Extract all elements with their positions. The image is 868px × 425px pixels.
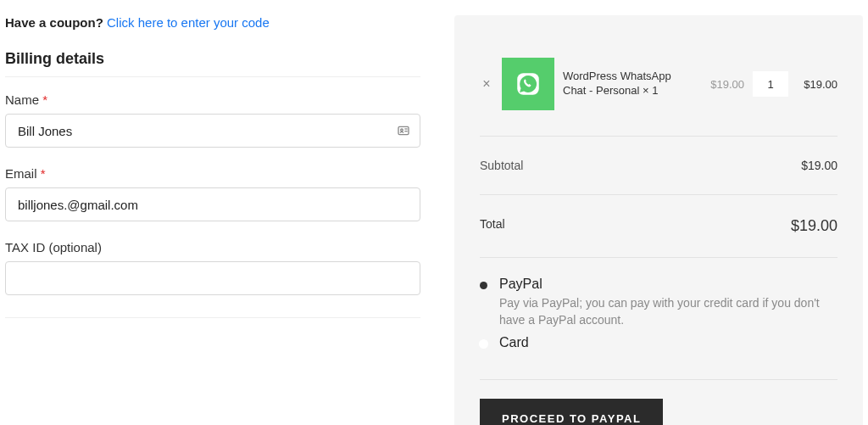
product-name: WordPress WhatsApp Chat - Personal × 1 [563, 70, 695, 98]
required-mark: * [42, 92, 47, 107]
payment-option-description: Pay via PayPal; you can pay with your cr… [499, 295, 837, 328]
order-summary: × WordPress WhatsApp Chat - Personal × 1… [454, 15, 863, 425]
payment-option-card[interactable]: Card [480, 335, 837, 354]
payment-option-label: Card [499, 335, 837, 350]
subtotal-row: Subtotal $19.00 [480, 137, 837, 195]
total-value: $19.00 [791, 217, 837, 235]
tax-id-label: TAX ID (optional) [5, 240, 420, 254]
required-mark: * [41, 166, 46, 181]
quantity-input[interactable] [753, 71, 788, 97]
total-row: Total $19.00 [480, 195, 837, 258]
email-label: Email * [5, 166, 420, 181]
coupon-prompt: Have a coupon? [5, 15, 103, 30]
name-label: Name * [5, 92, 420, 107]
total-label: Total [480, 217, 505, 235]
divider [5, 317, 420, 318]
name-input[interactable] [5, 114, 420, 148]
coupon-link[interactable]: Click here to enter your code [107, 15, 270, 30]
unit-price: $19.00 [704, 78, 744, 91]
autofill-icon [397, 124, 410, 137]
radio-selected-icon [480, 282, 487, 289]
cart-line-item: × WordPress WhatsApp Chat - Personal × 1… [480, 58, 837, 137]
billing-heading: Billing details [5, 50, 420, 68]
payment-option-label: PayPal [499, 277, 837, 292]
payment-option-paypal[interactable]: PayPal Pay via PayPal; you can pay with … [480, 277, 837, 328]
remove-item-icon[interactable]: × [480, 76, 493, 92]
coupon-notice: Have a coupon? Click here to enter your … [5, 15, 420, 30]
email-input[interactable] [5, 187, 420, 221]
subtotal-label: Subtotal [480, 159, 523, 172]
line-total: $19.00 [797, 78, 837, 91]
payment-methods: PayPal Pay via PayPal; you can pay with … [480, 258, 837, 380]
tax-id-input[interactable] [5, 261, 420, 295]
product-thumbnail [502, 58, 554, 110]
radio-unselected-icon [480, 340, 487, 348]
subtotal-value: $19.00 [801, 159, 837, 172]
svg-point-1 [401, 129, 403, 131]
divider [5, 76, 420, 77]
proceed-button[interactable]: PROCEED TO PAYPAL [480, 399, 663, 425]
